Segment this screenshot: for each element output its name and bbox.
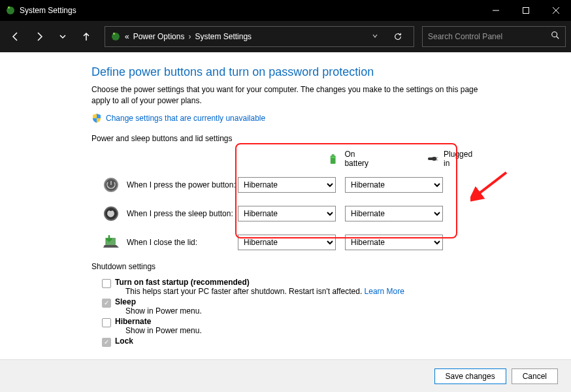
learn-more-link[interactable]: Learn More — [365, 287, 404, 296]
checkbox[interactable] — [102, 299, 111, 308]
checkbox-label: Turn on fast startup (recommended) — [115, 278, 480, 287]
chevron-right-icon: › — [188, 32, 191, 41]
setting-row: When I close the lid: Do nothingSleepHib… — [91, 233, 480, 252]
checkbox-description: This helps start your PC faster after sh… — [125, 287, 480, 296]
breadcrumb-sep-icon: « — [125, 32, 129, 41]
search-box[interactable] — [422, 26, 566, 47]
shutdown-item: Turn on fast startup (recommended) This … — [91, 278, 480, 296]
svg-rect-12 — [331, 157, 335, 157]
checkbox[interactable] — [102, 338, 111, 347]
checkbox[interactable] — [102, 318, 111, 327]
checkbox-label: Lock — [115, 336, 480, 346]
select-plugged[interactable]: Do nothingSleepHibernateShut down — [345, 206, 443, 221]
nav-recent-button[interactable] — [52, 26, 73, 47]
app-icon — [5, 5, 16, 16]
column-header-plugged: Plugged in — [444, 150, 480, 168]
battery-icon — [327, 152, 339, 165]
select-battery[interactable]: Do nothingSleepHibernateShut down — [238, 177, 336, 193]
setting-label: When I press the power button: — [127, 180, 238, 189]
minimize-button[interactable] — [481, 0, 511, 21]
select-battery[interactable]: Do nothingSleepHibernateShut down — [238, 235, 336, 250]
refresh-button[interactable] — [387, 26, 408, 47]
shield-icon — [91, 113, 102, 123]
cancel-button[interactable]: Cancel — [512, 368, 558, 384]
setting-row: When I press the power button: Do nothin… — [91, 176, 480, 194]
save-button[interactable]: Save changes — [434, 368, 506, 384]
address-bar[interactable]: « Power Options › System Settings — [105, 26, 414, 47]
chevron-down-icon[interactable] — [372, 32, 378, 41]
toolbar: « Power Options › System Settings — [0, 21, 571, 52]
nav-up-button[interactable] — [76, 26, 97, 47]
checkbox-label: Hibernate — [115, 317, 480, 326]
breadcrumb-item[interactable]: System Settings — [195, 32, 252, 41]
svg-rect-3 — [523, 8, 529, 14]
button-bar: Save changes Cancel — [0, 359, 571, 392]
svg-point-6 — [112, 33, 120, 41]
setting-row-icon — [102, 233, 120, 252]
setting-row-icon — [102, 204, 120, 223]
select-plugged[interactable]: Do nothingSleepHibernateShut down — [345, 235, 443, 250]
shutdown-item: Hibernate Show in Power menu. — [91, 317, 480, 335]
select-battery[interactable]: Do nothingSleepHibernateShut down — [238, 206, 336, 221]
page-description: Choose the power settings that you want … — [91, 84, 480, 106]
page-title: Define power buttons and turn on passwor… — [91, 65, 480, 79]
breadcrumb-item[interactable]: Power Options — [133, 32, 185, 41]
window-title: System Settings — [20, 6, 481, 15]
svg-point-8 — [552, 32, 557, 37]
setting-label: When I close the lid: — [127, 238, 238, 247]
search-input[interactable] — [428, 32, 551, 41]
svg-point-0 — [7, 7, 14, 14]
close-button[interactable] — [541, 0, 571, 21]
title-bar: System Settings — [0, 0, 571, 21]
setting-label: When I press the sleep button: — [127, 209, 238, 218]
maximize-button[interactable] — [511, 0, 541, 21]
checkbox-label: Sleep — [115, 297, 480, 306]
column-header-battery: On battery — [344, 150, 380, 168]
svg-rect-7 — [113, 33, 115, 35]
section-label: Shutdown settings — [91, 262, 480, 271]
shutdown-item: Lock — [91, 336, 480, 347]
checkbox[interactable] — [102, 279, 111, 288]
svg-rect-1 — [8, 7, 10, 8]
select-plugged[interactable]: Do nothingSleepHibernateShut down — [345, 177, 443, 193]
admin-settings-link[interactable]: Change settings that are currently unava… — [106, 114, 265, 123]
plug-icon — [426, 152, 438, 165]
svg-line-9 — [557, 37, 559, 39]
svg-rect-10 — [331, 155, 336, 164]
checkbox-description: Show in Power menu. — [125, 326, 480, 335]
setting-row-icon — [102, 176, 120, 194]
svg-rect-14 — [428, 157, 434, 160]
address-icon — [110, 31, 121, 42]
setting-row: When I press the sleep button: Do nothin… — [91, 204, 480, 223]
nav-back-button[interactable] — [5, 26, 26, 47]
search-icon[interactable] — [551, 31, 560, 42]
svg-rect-11 — [332, 154, 334, 155]
shutdown-item: Sleep Show in Power menu. — [91, 297, 480, 316]
section-label: Power and sleep buttons and lid settings — [91, 134, 480, 143]
checkbox-description: Show in Power menu. — [125, 306, 480, 316]
svg-line-22 — [478, 172, 506, 194]
content-area: Define power buttons and turn on passwor… — [0, 52, 571, 359]
nav-forward-button[interactable] — [29, 26, 50, 47]
